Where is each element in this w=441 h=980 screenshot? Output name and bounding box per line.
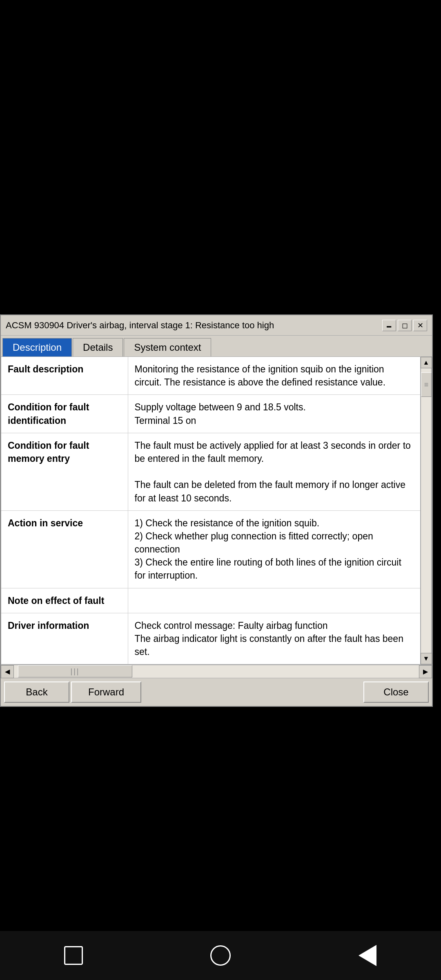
forward-button[interactable]: Forward (71, 682, 141, 703)
restore-button[interactable]: ◻ (398, 320, 412, 331)
tab-description[interactable]: Description (2, 338, 72, 356)
row-label-action-in-service: Action in service (1, 510, 128, 588)
vertical-scrollbar[interactable]: ▲ ▼ (420, 357, 432, 664)
info-table: Fault description Monitoring the resista… (1, 357, 420, 664)
back-nav-button[interactable] (353, 941, 382, 970)
row-value-driver-information: Check control message: Faulty airbag fun… (128, 613, 420, 664)
title-bar: ACSM 930904 Driver's airbag, interval st… (1, 315, 432, 336)
row-label-condition-memory: Condition for fault memory entry (1, 433, 128, 510)
title-bar-buttons: 🗕 ◻ ✕ (382, 320, 427, 331)
minimize-icon: 🗕 (385, 321, 393, 330)
main-window: ACSM 930904 Driver's airbag, interval st… (0, 314, 433, 707)
scroll-down-button[interactable]: ▼ (421, 653, 432, 664)
row-label-fault-description: Fault description (1, 357, 128, 395)
bottom-bar: Back Forward Close (1, 678, 432, 706)
back-icon (359, 945, 376, 966)
table-row: Fault description Monitoring the resista… (1, 357, 420, 395)
scroll-left-button[interactable]: ◀ (1, 665, 14, 678)
content-area: Fault description Monitoring the resista… (1, 356, 432, 665)
close-button[interactable]: Close (363, 682, 429, 703)
tab-system-context[interactable]: System context (124, 338, 211, 356)
row-label-driver-information: Driver information (1, 613, 128, 664)
home-button[interactable] (206, 941, 235, 970)
row-label-note-effect: Note on effect of fault (1, 588, 128, 613)
android-nav-bar (0, 931, 441, 980)
content-inner: Fault description Monitoring the resista… (1, 357, 420, 664)
home-icon (210, 945, 231, 966)
close-window-button[interactable]: ✕ (413, 320, 427, 331)
row-value-note-effect (128, 588, 420, 613)
recent-apps-button[interactable] (59, 941, 88, 970)
h-scroll-thumb[interactable] (18, 665, 132, 677)
table-row: Driver information Check control message… (1, 613, 420, 664)
restore-icon: ◻ (402, 321, 408, 330)
scroll-up-button[interactable]: ▲ (421, 357, 432, 368)
h-scroll-track[interactable] (14, 665, 419, 678)
scroll-right-button[interactable]: ▶ (419, 665, 432, 678)
row-label-condition-identification: Condition for fault identification (1, 395, 128, 433)
table-row: Condition for fault identification Suppl… (1, 395, 420, 433)
row-value-fault-description: Monitoring the resistance of the ignitio… (128, 357, 420, 395)
scroll-thumb[interactable] (421, 372, 432, 397)
scroll-track[interactable] (421, 368, 432, 653)
table-row: Action in service 1) Check the resistanc… (1, 510, 420, 588)
row-value-condition-memory: The fault must be actively applied for a… (128, 433, 420, 510)
tab-details[interactable]: Details (73, 338, 123, 356)
table-row: Note on effect of fault (1, 588, 420, 613)
window-title: ACSM 930904 Driver's airbag, interval st… (6, 320, 274, 331)
table-row: Condition for fault memory entry The fau… (1, 433, 420, 510)
recent-apps-icon (64, 946, 83, 965)
row-value-action-in-service: 1) Check the resistance of the ignition … (128, 510, 420, 588)
minimize-button[interactable]: 🗕 (382, 320, 396, 331)
row-value-condition-identification: Supply voltage between 9 and 18.5 volts.… (128, 395, 420, 433)
horizontal-scrollbar[interactable]: ◀ ▶ (1, 665, 432, 678)
close-window-icon: ✕ (417, 321, 423, 330)
tab-bar: Description Details System context (1, 336, 432, 356)
back-button[interactable]: Back (4, 682, 69, 703)
